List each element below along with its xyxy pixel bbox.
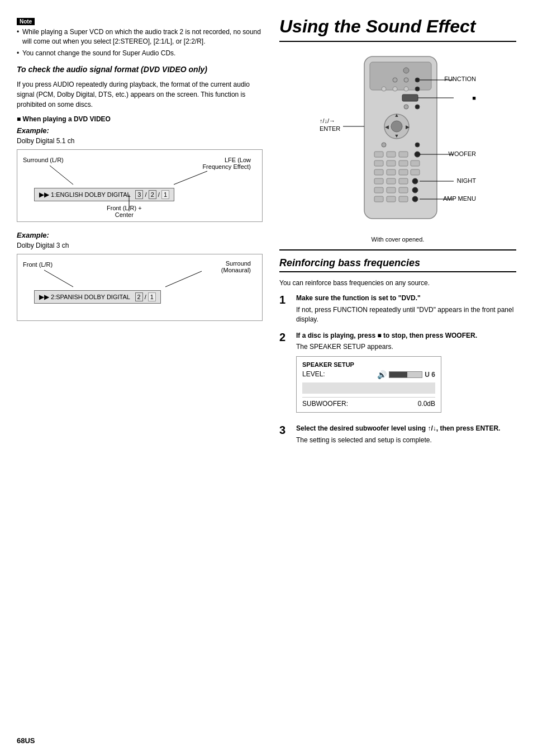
step-1-content: Make sure the function is set to "DVD." … (296, 294, 516, 324)
bass-intro: You can reinforce bass frequencies on an… (279, 278, 516, 288)
audio-format-heading: To check the audio signal format (DVD VI… (17, 64, 263, 74)
svg-rect-44 (399, 187, 408, 193)
audio-format-body: If you press AUDIO repeatedly during pla… (17, 79, 263, 110)
annotation-amp-menu: AMP MENU (443, 195, 476, 202)
svg-rect-6 (370, 62, 431, 90)
annotation-night: NIGHT (457, 177, 476, 184)
svg-point-9 (404, 78, 408, 82)
svg-point-11 (382, 87, 386, 91)
speaker-level-row: LEVEL: 🔊 U 6 (302, 370, 435, 379)
step-2: 2 If a disc is playing, press ■ to stop,… (279, 331, 516, 418)
right-column: Using the Sound Effect (274, 17, 516, 739)
step-2-content: If a disc is playing, press ■ to stop, t… (296, 331, 516, 418)
svg-point-8 (393, 78, 397, 82)
svg-rect-39 (387, 178, 396, 184)
svg-text:▼: ▼ (394, 133, 399, 139)
svg-rect-31 (387, 160, 396, 166)
level-bar-container: 🔊 U 6 (377, 370, 435, 379)
level-indicator: U 6 (425, 371, 435, 379)
svg-rect-35 (387, 169, 396, 175)
left-column: Note While playing a Super VCD on which … (17, 17, 274, 739)
level-bar (389, 371, 422, 378)
section-divider (279, 249, 516, 251)
svg-rect-38 (374, 178, 383, 184)
steps-list: 1 Make sure the function is set to "DVD.… (279, 294, 516, 445)
example2-heading: Example: (17, 231, 263, 239)
svg-text:◀: ◀ (385, 124, 389, 130)
svg-rect-43 (387, 187, 396, 193)
svg-point-29 (415, 152, 420, 157)
note-item-1: While playing a Super VCD on which the a… (17, 27, 263, 46)
svg-point-17 (415, 105, 420, 109)
step-2-title: If a disc is playing, press ■ to stop, t… (296, 331, 516, 341)
svg-point-7 (403, 68, 409, 73)
svg-rect-33 (411, 160, 420, 166)
diagram2: Front (L/R) Surround(Monaural) ▶▶ 2:SPAN… (17, 254, 263, 321)
svg-point-19 (391, 121, 402, 132)
svg-rect-28 (399, 152, 408, 157)
svg-rect-48 (399, 196, 408, 202)
annotation-enter: ↑/↓/→ ENTER (320, 117, 340, 133)
example2-label: Dolby Digital 3 ch (17, 242, 263, 249)
diagram1: Surround (L/R) LFE (LowFrequency Effect)… (17, 149, 263, 222)
step-2-num: 2 (279, 331, 292, 343)
svg-rect-47 (387, 196, 396, 202)
remote-container: ▲ ▼ ◀ ▶ (279, 51, 516, 231)
svg-rect-32 (399, 160, 408, 166)
level-label: LEVEL: (302, 370, 325, 379)
speaker-setup-box: SPEAKER SETUP LEVEL: 🔊 (296, 356, 441, 413)
svg-point-25 (415, 143, 420, 147)
svg-rect-30 (374, 160, 383, 166)
level-fill (389, 372, 407, 377)
example1-heading: Example: (17, 126, 263, 135)
svg-point-12 (393, 87, 397, 91)
annotation-function: FUNCTION (444, 75, 476, 82)
svg-rect-26 (374, 152, 383, 157)
speaker-icon: 🔊 (377, 370, 387, 379)
step-3-title: Select the desired subwoofer level using… (296, 424, 516, 433)
speaker-setup-title: SPEAKER SETUP (302, 361, 435, 368)
svg-point-41 (412, 178, 418, 184)
svg-rect-34 (374, 169, 383, 175)
svg-rect-46 (374, 196, 383, 202)
setup-display-bar (302, 382, 435, 394)
svg-rect-15 (402, 94, 418, 101)
example1-label: Dolby Digital 5.1 ch (17, 137, 263, 145)
svg-point-45 (412, 187, 418, 193)
dvd-video-sub-heading: ■ When playing a DVD VIDEO (17, 115, 263, 123)
svg-point-24 (382, 143, 386, 147)
subwoofer-row: SUBWOOFER: 0.0dB (302, 397, 435, 408)
note-item-2: You cannot change the sound for Super Au… (17, 49, 263, 58)
step-3-desc: The setting is selected and setup is com… (296, 436, 516, 445)
annotation-woofer: WOOFER (449, 150, 477, 157)
svg-text:▲: ▲ (394, 112, 399, 118)
step-2-desc: The SPEAKER SETUP appears. (296, 342, 516, 352)
svg-rect-42 (374, 187, 383, 193)
svg-point-14 (415, 87, 420, 91)
svg-text:▶: ▶ (406, 124, 410, 130)
svg-point-16 (404, 105, 408, 109)
remote-caption: With cover opened. (279, 236, 516, 243)
annotation-stop: ■ (472, 94, 476, 101)
page-number: 68US (17, 736, 35, 745)
svg-rect-40 (399, 178, 408, 184)
step-3-num: 3 (279, 424, 292, 436)
step-1-num: 1 (279, 294, 292, 306)
diag2-track: ▶▶ 2:SPANISH DOLBY DIGITAL 2 / 1 (34, 290, 161, 304)
main-title: Using the Sound Effect (279, 17, 516, 42)
note-label: Note (17, 18, 35, 25)
step-3-content: Select the desired subwoofer level using… (296, 424, 516, 445)
note-list: While playing a Super VCD on which the a… (17, 27, 263, 58)
note-box: Note While playing a Super VCD on which … (17, 17, 263, 58)
subwoofer-label: SUBWOOFER: (302, 400, 348, 408)
svg-point-13 (404, 87, 408, 91)
svg-rect-27 (387, 152, 396, 157)
bass-title: Reinforcing bass frequencies (279, 257, 516, 272)
bass-section: Reinforcing bass frequencies You can rei… (279, 257, 516, 445)
svg-point-10 (415, 78, 420, 82)
step-1: 1 Make sure the function is set to "DVD.… (279, 294, 516, 324)
step-3: 3 Select the desired subwoofer level usi… (279, 424, 516, 445)
subwoofer-value: 0.0dB (418, 400, 435, 408)
step-1-desc: If not, press FUNCTION repeatedly until … (296, 305, 516, 324)
remote-svg: ▲ ▼ ◀ ▶ (320, 51, 476, 231)
